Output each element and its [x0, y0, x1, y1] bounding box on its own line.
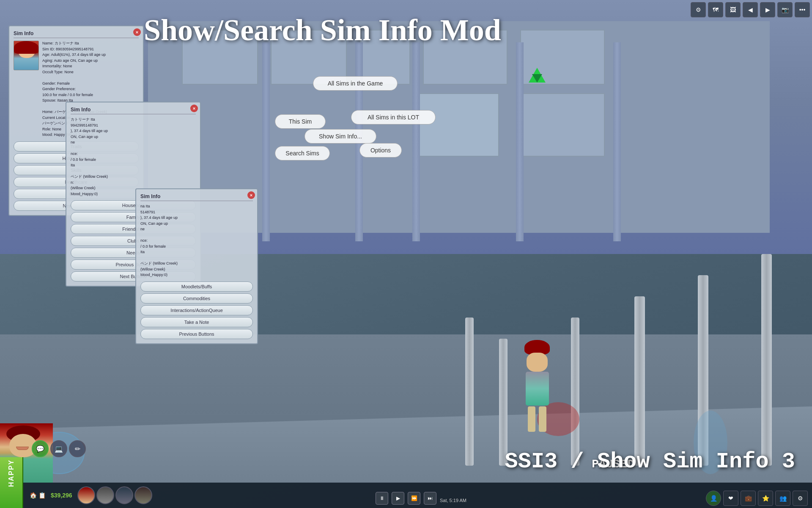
- window-1: [182, 30, 258, 85]
- panel-2-title: Sim Info: [71, 107, 196, 114]
- career-icon[interactable]: 💼: [741, 491, 756, 506]
- skip-button[interactable]: ⏭: [424, 492, 436, 505]
- house-icon: 🏠: [30, 492, 37, 499]
- this-sim-button[interactable]: This Sim: [275, 114, 326, 129]
- map-icon[interactable]: 🗺: [708, 2, 723, 17]
- sim-info-text-2: カトリーナ Ita 9942995148791 ), 37.4 days til…: [71, 117, 196, 197]
- column-4: [516, 42, 524, 241]
- computer-icon[interactable]: 💻: [50, 440, 67, 457]
- pole-2: [499, 339, 508, 466]
- show-sim-info-button[interactable]: Show Sim Info...: [304, 129, 376, 144]
- portrait-row: [77, 486, 152, 504]
- gallery-icon[interactable]: 🖼: [725, 2, 741, 17]
- window-4: [423, 30, 508, 85]
- playback-controls: ⏸ ▶ ⏩ ⏭: [376, 492, 436, 505]
- portrait-3[interactable]: [134, 486, 152, 504]
- fast-forward-button[interactable]: ⏩: [408, 492, 420, 505]
- social-icon[interactable]: 👥: [775, 491, 790, 506]
- sim-avatar-1: [14, 41, 39, 70]
- bottom-right-icons: 👤 ❤ 💼 ⭐ 👥 ⚙: [706, 491, 808, 506]
- sim-character: [524, 340, 550, 432]
- pencil-icon[interactable]: ✏: [69, 440, 86, 457]
- plumbob: [529, 68, 546, 83]
- portrait-2[interactable]: [115, 486, 133, 504]
- top-right-ui: ⚙ 🗺 🖼 ◀ ▶ 📷 •••: [691, 2, 810, 17]
- needs-icon[interactable]: ❤: [723, 491, 738, 506]
- pole-4: [634, 296, 645, 466]
- sim-icon[interactable]: 👤: [706, 491, 721, 506]
- interactions-button[interactable]: Interactions/ActionQueue: [140, 305, 253, 315]
- happy-label: HAPPY: [8, 459, 15, 487]
- happy-bar: HAPPY: [0, 457, 23, 508]
- portrait-1[interactable]: [96, 486, 114, 504]
- close-panel-2-button[interactable]: ×: [190, 105, 198, 112]
- play-button[interactable]: ▶: [392, 492, 404, 505]
- tools-icon[interactable]: ⚙: [691, 2, 706, 17]
- arrow-right-icon[interactable]: ▶: [760, 2, 775, 17]
- money-display: $39,296: [51, 492, 72, 499]
- search-sims-button[interactable]: Search Sims: [275, 146, 330, 160]
- time-display: Sat, 5:19 AM: [440, 498, 466, 503]
- settings-icon-bottom[interactable]: ⚙: [793, 491, 808, 506]
- all-sims-lot-button[interactable]: All Sims in this LOT: [351, 110, 436, 124]
- ssi3-label: SSI3 / Show Sim Info 3: [505, 449, 795, 474]
- close-panel-1-button[interactable]: ×: [133, 28, 141, 36]
- pause-button[interactable]: ⏸: [376, 492, 388, 505]
- panel-1-title: Sim Info: [14, 30, 139, 38]
- pole-6: [761, 254, 772, 466]
- skills-icon-bottom[interactable]: ⭐: [758, 491, 773, 506]
- sim-info-text-3: na Ita 5148791 ), 37.4 days till age up …: [140, 204, 253, 278]
- sim-panel-3: × Sim Info na Ita 5148791 ), 37.4 days t…: [135, 188, 258, 344]
- bottom-bar: 🏠 📋 $39,296 ⏸ ▶ ⏩ ⏭ Sat, 5:19 AM 👤 ❤ 💼 ⭐…: [0, 483, 812, 508]
- window-6: [414, 93, 499, 157]
- pole-3: [571, 318, 579, 466]
- pole-1: [465, 318, 474, 466]
- camera-icon[interactable]: 📷: [777, 2, 793, 17]
- arrow-left-icon[interactable]: ◀: [743, 2, 758, 17]
- previous-buttons-3[interactable]: Previous Buttons: [140, 329, 253, 339]
- sim-action-icons: 💬 💻 ✏: [32, 440, 86, 457]
- take-note-button[interactable]: Take a Note: [140, 317, 253, 327]
- column-3: [412, 42, 420, 241]
- window-7: [520, 93, 605, 157]
- close-panel-3-button[interactable]: ×: [247, 191, 255, 199]
- clipboard-icon: 📋: [38, 492, 46, 499]
- all-sims-game-button[interactable]: All Sims in the Game: [313, 76, 398, 91]
- portrait-main[interactable]: [77, 486, 95, 504]
- moodlets-buffs-button[interactable]: Moodlets/Buffs: [140, 282, 253, 292]
- more-icon[interactable]: •••: [795, 2, 810, 17]
- panel-3-buttons: Moodlets/Buffs Commodities Interactions/…: [140, 282, 253, 339]
- options-button[interactable]: Options: [359, 143, 402, 157]
- commodities-button[interactable]: Commodities: [140, 293, 253, 304]
- speech-bubble-icon[interactable]: 💬: [32, 440, 49, 457]
- column-1: [262, 42, 270, 241]
- column-5: [613, 42, 621, 241]
- panel-3-title: Sim Info: [140, 193, 253, 201]
